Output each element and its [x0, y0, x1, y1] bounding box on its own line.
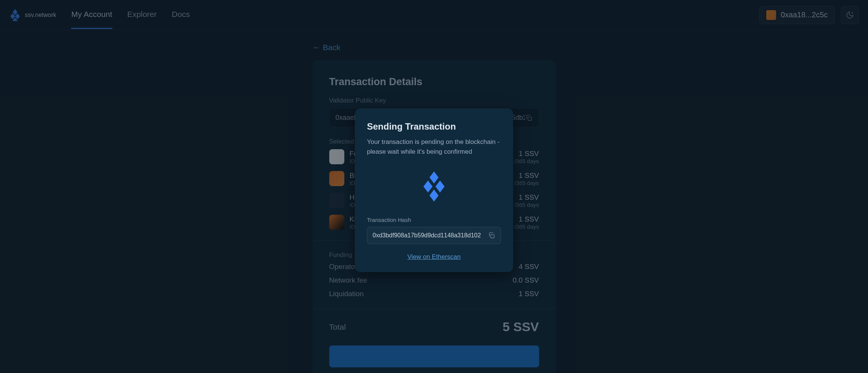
svg-marker-6: [429, 171, 439, 183]
modal-description: Your transaction is pending on the block…: [367, 137, 501, 156]
view-on-etherscan-link[interactable]: View on Etherscan: [367, 253, 501, 261]
copy-icon[interactable]: [488, 232, 495, 239]
modal-title: Sending Transaction: [367, 121, 501, 132]
svg-marker-8: [436, 180, 445, 193]
svg-marker-9: [429, 190, 439, 202]
hash-label: Transaction Hash: [367, 217, 501, 223]
hash-value: 0xd3bdf908a17b59d9dcd1148a318d102: [373, 232, 488, 239]
sending-transaction-modal: Sending Transaction Your transaction is …: [355, 109, 513, 272]
modal-backdrop: Sending Transaction Your transaction is …: [0, 0, 868, 373]
svg-rect-10: [491, 235, 494, 238]
svg-marker-7: [423, 180, 432, 193]
ssv-logo-icon: [367, 171, 501, 202]
hash-field: 0xd3bdf908a17b59d9dcd1148a318d102: [367, 227, 501, 244]
